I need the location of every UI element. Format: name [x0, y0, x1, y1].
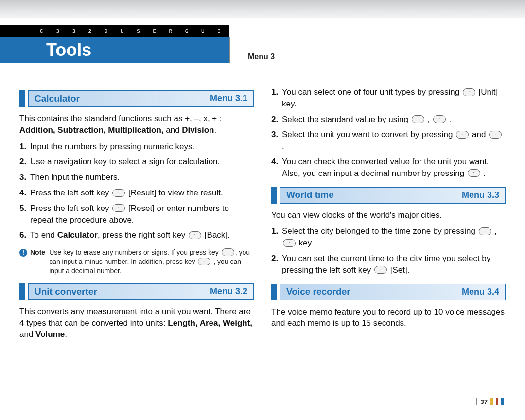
- voice-recorder-intro: The voice memo feature you to record up …: [271, 306, 506, 330]
- footer-color-bar-1-icon: [490, 398, 493, 405]
- section-menu-ref: Menu 3.2: [210, 285, 247, 298]
- softkey-icon: [198, 258, 210, 265]
- step-number: 1.: [271, 226, 282, 249]
- step-text: Input the numbers by pressing numeric ke…: [30, 141, 254, 153]
- right-column: 1.You can select one of four unit types …: [271, 83, 506, 345]
- section-accent-bar-icon: [271, 284, 277, 300]
- list-item: 1.Input the numbers by pressing numeric …: [19, 141, 254, 153]
- step-number: 4.: [19, 187, 30, 199]
- calculator-steps: 1.Input the numbers by pressing numeric …: [19, 141, 254, 242]
- list-item: 2.You can set the current time to the ci…: [271, 253, 506, 276]
- softkey-icon: [479, 228, 491, 235]
- unit-converter-intro: This converts any measurement into a uni…: [19, 306, 254, 340]
- step-number: 2.: [19, 156, 30, 168]
- section-header-calculator: Calculator Menu 3.1: [19, 90, 254, 107]
- step-text: Use a navigation key to select a sign fo…: [30, 156, 254, 168]
- section-menu-ref: Menu 3.3: [462, 189, 499, 201]
- top-dashed-rule: [19, 18, 506, 18]
- softkey-icon: [112, 204, 125, 212]
- page-footer: | 37: [19, 395, 506, 405]
- section-accent-bar-icon: [19, 90, 25, 107]
- softkey-icon: [283, 239, 296, 247]
- footer-color-bar-2-icon: [496, 398, 498, 405]
- section-header-voice-recorder: Voice recorder Menu 3.4: [271, 284, 506, 300]
- section-title: Calculator: [35, 92, 80, 105]
- step-number: 1.: [19, 141, 30, 153]
- step-number: 1.: [271, 87, 282, 110]
- list-item: 1.You can select one of four unit types …: [271, 87, 506, 110]
- list-item: 5.Press the left soft key [Reset] or ent…: [19, 203, 254, 226]
- page-top-gradient: [0, 0, 525, 18]
- section-title: World time: [286, 189, 334, 202]
- section-menu-ref: Menu 3.1: [210, 92, 247, 105]
- softkey-icon: [189, 231, 201, 239]
- page-title-bar: Tools: [0, 37, 229, 63]
- section-accent-bar-icon: [19, 283, 25, 300]
- step-text: You can select one of four unit types by…: [282, 87, 506, 110]
- softkey-icon: [456, 131, 469, 139]
- step-number: 3.: [271, 129, 282, 152]
- step-text: Select the city belonged to the time zon…: [282, 226, 506, 249]
- step-text: To end Calculator, press the right soft …: [30, 229, 254, 241]
- calculator-note: ! Note Use key to erase any numbers or s…: [19, 248, 254, 276]
- softkey-icon: [222, 248, 234, 256]
- step-text: Press the left soft key [Result] to view…: [30, 187, 254, 199]
- step-text: You can set the current time to the city…: [282, 253, 506, 276]
- section-menu-ref: Menu 3.4: [462, 286, 499, 298]
- softkey-icon: [489, 131, 502, 139]
- list-item: 3.Then input the numbers.: [19, 172, 254, 183]
- footer-color-bar-3-icon: [501, 398, 504, 405]
- step-text: You can check the converted value for th…: [282, 156, 506, 179]
- list-item: 1.Select the city belonged to the time z…: [271, 226, 506, 249]
- step-text: Press the left soft key [Reset] or enter…: [30, 203, 254, 226]
- world-time-intro: You can view clocks of the world's major…: [271, 210, 506, 221]
- section-header-world-time: World time Menu 3.3: [271, 187, 506, 204]
- left-column: Calculator Menu 3.1 This contains the st…: [19, 83, 254, 345]
- step-text: Then input the numbers.: [30, 172, 254, 183]
- footer-pipe-icon: |: [475, 397, 477, 406]
- title-divider: [229, 37, 230, 63]
- menu-breadcrumb: Menu 3: [248, 52, 275, 61]
- unit-converter-steps: 1.You can select one of four unit types …: [271, 87, 506, 179]
- page-number: 37: [481, 398, 488, 405]
- list-item: 3.Select the unit you want to convert by…: [271, 129, 506, 152]
- softkey-icon: [463, 88, 475, 96]
- softkey-icon: [412, 115, 424, 123]
- section-title: Voice recorder: [286, 285, 350, 298]
- calculator-intro: This contains the standard functions suc…: [19, 113, 254, 136]
- list-item: 4.Press the left soft key [Result] to vi…: [19, 187, 254, 199]
- softkey-icon: [433, 115, 446, 123]
- note-text: Use key to erase any numbers or signs. I…: [49, 248, 254, 276]
- list-item: 6.To end Calculator, press the right sof…: [19, 229, 254, 241]
- info-badge-icon: !: [19, 249, 27, 257]
- eyebrow-bar: C 3 3 2 0 U S E R G U I D E: [0, 25, 229, 37]
- section-header-unit-converter: Unit converter Menu 3.2: [19, 283, 254, 300]
- list-item: 2.Select the standard value by using , .: [271, 114, 506, 125]
- content-columns: Calculator Menu 3.1 This contains the st…: [19, 83, 506, 345]
- step-number: 2.: [271, 253, 282, 276]
- softkey-icon: [112, 189, 125, 197]
- step-number: 3.: [19, 172, 30, 183]
- section-title: Unit converter: [35, 285, 97, 298]
- step-number: 5.: [19, 203, 30, 226]
- softkey-icon: [468, 169, 480, 177]
- section-accent-bar-icon: [271, 187, 277, 204]
- list-item: 4.You can check the converted value for …: [271, 156, 506, 179]
- world-time-steps: 1.Select the city belonged to the time z…: [271, 226, 506, 276]
- step-number: 6.: [19, 229, 30, 241]
- softkey-icon: [374, 266, 387, 274]
- step-number: 2.: [271, 114, 282, 125]
- step-text: Select the standard value by using , .: [282, 114, 506, 125]
- list-item: 2.Use a navigation key to select a sign …: [19, 156, 254, 168]
- step-text: Select the unit you want to convert by p…: [282, 129, 506, 152]
- step-number: 4.: [271, 156, 282, 179]
- note-label: Note: [30, 248, 45, 276]
